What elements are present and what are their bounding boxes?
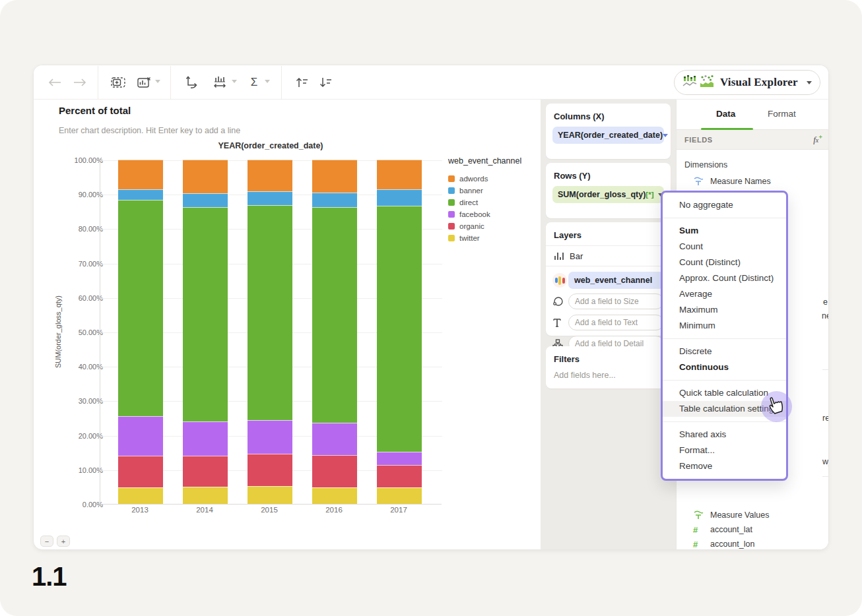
bar-segment-adwords	[118, 160, 163, 189]
field-account_lon[interactable]: #account_lon	[677, 537, 829, 550]
swap-axes-icon[interactable]	[183, 75, 199, 90]
chart-title[interactable]: Percent of total	[59, 105, 131, 116]
legend-item-facebook: facebook	[448, 208, 534, 220]
field-measure_values[interactable]: Measure Values	[677, 508, 829, 522]
x-tick-label: 2015	[237, 506, 302, 514]
field-measure_names[interactable]: Measure Names	[677, 174, 829, 189]
legend-item-adwords: adwords	[448, 173, 534, 185]
redo-forward-icon[interactable]	[72, 75, 88, 90]
y-tick-label: 90.00%	[57, 191, 103, 199]
aggregate-dropdown-icon[interactable]	[265, 80, 270, 83]
tab-format[interactable]: Format	[768, 109, 796, 119]
chart-description-input[interactable]: Enter chart description. Hit Enter key t…	[59, 126, 240, 135]
menu-item-format_[interactable]: Format...	[663, 443, 786, 458]
toolbar-divider	[170, 66, 171, 99]
menu-item-discrete[interactable]: Discrete	[663, 344, 786, 359]
filters-shelf: Filters Add fields here...	[546, 346, 671, 388]
columns-shelf-label: Columns (X)	[546, 104, 671, 127]
bar-chart-icon	[554, 251, 570, 261]
layers-shelf: Layers Bar	[546, 222, 671, 336]
product-name: Visual Explorer	[720, 76, 798, 89]
bar-segment-twitter	[312, 487, 357, 504]
menu-item-no_aggregate[interactable]: No aggregate	[663, 197, 786, 213]
undo-back-icon[interactable]	[47, 75, 63, 90]
aggregate-sigma-icon[interactable]: Σ	[246, 75, 262, 90]
legend-swatch	[448, 175, 455, 182]
field-label: Measure Names	[710, 177, 771, 186]
bar-segment-twitter	[377, 487, 422, 504]
menu-item-remove[interactable]: Remove	[663, 458, 786, 474]
legend-item-organic: organic	[448, 220, 534, 232]
y-tick-label: 30.00%	[57, 397, 103, 405]
columns-field-pill[interactable]: YEAR(order_created_date)	[552, 127, 664, 144]
menu-item-shared_axis[interactable]: Shared axis	[663, 427, 786, 443]
bar-segment-facebook	[118, 416, 163, 456]
zoom-in-button[interactable]: +	[57, 536, 70, 547]
y-axis-ticks: 0.00%10.00%20.00%30.00%40.00%50.00%60.00…	[57, 160, 103, 505]
bar-segment-adwords	[312, 160, 357, 193]
bar-width-icon[interactable]	[213, 75, 228, 90]
menu-item-sum[interactable]: Sum	[663, 223, 786, 239]
legend-label: organic	[459, 222, 484, 230]
aggregate-context-menu: No aggregateSumCountCount (Distinct)Appr…	[661, 191, 788, 481]
sort-ascending-icon[interactable]	[294, 75, 310, 90]
panel-tabs: Data Format	[677, 100, 829, 130]
app-background: Σ	[0, 0, 862, 616]
menu-item-count_distinct_[interactable]: Count (Distinct)	[663, 255, 786, 270]
fields-section-label: FIELDS	[684, 136, 713, 144]
bar-segment-twitter	[248, 486, 292, 504]
x-tick-label: 2017	[366, 506, 431, 514]
y-tick-label: 70.00%	[57, 260, 103, 268]
size-field-input[interactable]: Add a field to Size	[568, 293, 664, 309]
menu-item-continuous[interactable]: Continuous	[663, 359, 786, 375]
menu-item-approx_count_distinct_[interactable]: Approx. Count (Distinct)	[663, 270, 786, 286]
y-tick-label: 40.00%	[57, 363, 103, 371]
color-field-pill[interactable]: web_event_channel	[568, 272, 664, 289]
tab-data[interactable]: Data	[716, 109, 735, 119]
color-encoding-row: web_event_channel	[552, 272, 664, 289]
y-tick-label: 0.00%	[57, 501, 103, 508]
remove-chart-icon[interactable]	[137, 75, 152, 90]
visual-explorer-button[interactable]: Visual Explorer	[674, 70, 820, 95]
legend-swatch	[448, 199, 455, 206]
zoom-out-button[interactable]: −	[40, 536, 53, 547]
bar-segment-direct	[312, 207, 357, 423]
menu-section: Shared axisFormat...Remove	[663, 421, 786, 479]
legend-title: web_event_channel	[448, 156, 534, 166]
bar-segment-facebook	[248, 420, 292, 454]
legend-label: banner	[459, 187, 483, 195]
rows-field-label: SUM(order_gloss_qty)	[558, 190, 646, 199]
legend-swatch	[448, 223, 455, 230]
divider	[822, 369, 829, 370]
text-field-input[interactable]: Add a field to Text	[568, 315, 664, 330]
menu-item-minimum[interactable]: Minimum	[663, 318, 786, 334]
menu-item-average[interactable]: Average	[663, 286, 786, 302]
add-calculation-icon[interactable]: fx+	[813, 133, 822, 145]
menu-item-maximum[interactable]: Maximum	[663, 302, 786, 318]
y-tick-label: 50.00%	[57, 328, 103, 336]
divider	[822, 476, 829, 477]
legend-label: adwords	[459, 175, 488, 183]
size-encoding-row: Add a field to Size	[552, 293, 664, 310]
filters-drop-zone[interactable]: Add fields here...	[546, 369, 671, 389]
mini-scatter-chart-icon	[700, 75, 714, 90]
bar-segment-organic	[312, 455, 357, 487]
chevron-down-icon[interactable]	[663, 134, 668, 137]
y-tick-label: 100.00%	[57, 156, 103, 164]
remove-chart-dropdown-icon[interactable]	[155, 80, 160, 83]
rows-field-pill[interactable]: SUM(order_gloss_qty) [*]	[552, 186, 664, 203]
layer-type-row[interactable]: Bar	[546, 246, 671, 266]
menu-item-count[interactable]: Count	[663, 239, 786, 255]
sort-descending-icon[interactable]	[317, 75, 333, 90]
bar-segment-direct	[248, 205, 292, 420]
bar-segment-twitter	[183, 487, 228, 504]
field-account_lat[interactable]: #account_lat	[677, 522, 829, 537]
y-tick-label: 20.00%	[57, 432, 103, 440]
bar-width-dropdown-icon[interactable]	[232, 80, 237, 83]
shelf-panel: Columns (X) YEAR(order_created_date) Row…	[541, 100, 676, 550]
add-chart-icon[interactable]	[110, 75, 126, 90]
obscured-field-fragment: e	[823, 297, 828, 307]
bar-segment-adwords	[248, 160, 292, 191]
y-tick-label: 10.00%	[57, 466, 103, 474]
legend: web_event_channel adwordsbannerdirectfac…	[448, 156, 534, 244]
